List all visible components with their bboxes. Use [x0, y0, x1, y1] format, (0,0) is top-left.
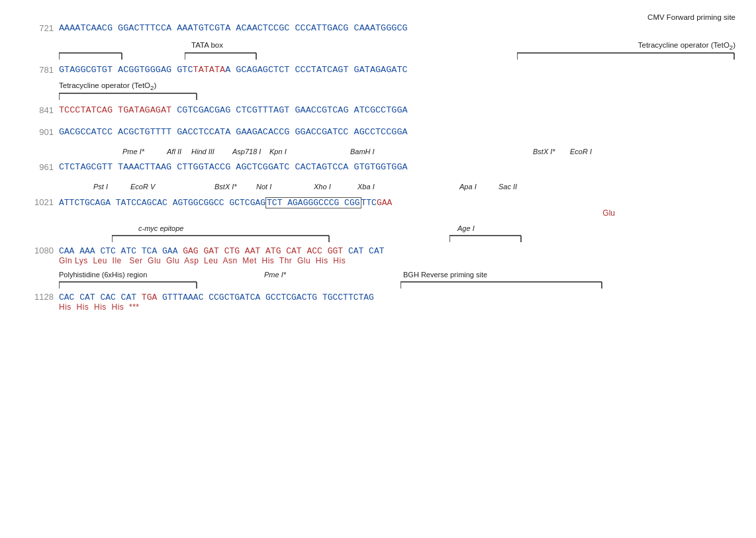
- ecorv-label: EcoR V: [130, 183, 155, 191]
- annot-1021: Pst I EcoR V BstX I* Not I Xho I Xba I A…: [59, 183, 735, 197]
- bracket-polyhis: [59, 280, 198, 291]
- row-961: Pme I* Afl II Hind III Asp718 I Kpn I Ba…: [21, 148, 735, 172]
- amino-1080: Gln Lys Leu Ile Ser Glu Glu Asp Leu Asn …: [59, 256, 735, 265]
- row-1021: Pst I EcoR V BstX I* Not I Xho I Xba I A…: [21, 183, 735, 218]
- row-781: TATA box Tetracycline operator (TetO2) 7…: [21, 40, 735, 75]
- seq-text-1021-c: GAA: [377, 198, 392, 208]
- annot-961: Pme I* Afl II Hind III Asp718 I Kpn I Ba…: [59, 148, 735, 162]
- cmv-label: CMV Forward priming site: [21, 13, 735, 21]
- row-1080: c-myc epitope Age I 1080 CAA AAA CTC ATC…: [21, 224, 735, 265]
- seq-961: 961 CTCTAGCGTT TAAACTTAAG CTTGGTACCG AGC…: [21, 162, 735, 172]
- cmyc-label: c-myc epitope: [138, 224, 183, 232]
- seq-text-901: GACGCCATCC ACGCTGTTTT GACCTCCATA GAAGACA…: [59, 127, 408, 137]
- seq-row-1080: 1080 CAA AAA CTC ATC TCA GAA GAG GAT CTG…: [21, 246, 735, 256]
- kpni-label: Kpn I: [269, 148, 287, 156]
- hindiii-label: Hind III: [191, 148, 214, 156]
- pmei-label-1128: Pme I*: [264, 271, 286, 279]
- bgh-label: BGH Reverse priming site: [403, 271, 487, 279]
- annot-841: Tetracycline operator (TetO2): [59, 80, 735, 105]
- xhoi-label: Xho I: [314, 183, 331, 191]
- row-1128: Polyhistidine (6xHis) region Pme I* BGH …: [21, 271, 735, 312]
- seq-row-1021-wrapper: 1021 ATTCTGCAGA TATCCAGCAC AGTGGCGGCC GC…: [21, 197, 735, 208]
- row-841: Tetracycline operator (TetO2) 841 TCCCTA…: [21, 80, 735, 115]
- bamhi-label: BamH I: [350, 148, 375, 156]
- linenum-1021: 1021: [21, 197, 54, 207]
- linenum-901: 901: [21, 127, 54, 137]
- aflii-label: Afl II: [167, 148, 181, 156]
- seq-text-1021-a: ATTCTGCAGA TATCCAGCAC AGTGGCGGCC GCTCGAG: [59, 198, 265, 208]
- bracket-bgh: [401, 280, 603, 291]
- linenum-961: 961: [21, 162, 54, 172]
- polyhis-label: Polyhistidine (6xHis) region: [59, 271, 147, 279]
- linenum-721: 721: [21, 23, 54, 33]
- psti-label: Pst I: [93, 183, 108, 191]
- noti-label: Not I: [256, 183, 271, 191]
- seq-text-1128: CAC CAT CAC CAT TGA GTTTAAAC CCGCTGATCA …: [59, 292, 374, 302]
- seq-text-1021-boxed: TCT AGAGGGCCCG CGG: [265, 197, 361, 208]
- linenum-841: 841: [21, 105, 54, 115]
- pmei-label-961: Pme I*: [122, 148, 144, 156]
- bstxi-label-1021: BstX I*: [214, 183, 237, 191]
- seq-text-1021-b: TTC: [361, 198, 377, 208]
- sequence-viewer: CMV Forward priming site 721 AAAATCAACG …: [21, 13, 735, 312]
- ecori-label-961: EcoR I: [570, 148, 592, 156]
- linenum-781: 781: [21, 65, 54, 75]
- bracket-agei: [449, 234, 522, 244]
- annot-1080: c-myc epitope Age I: [59, 224, 735, 246]
- seq-781: 781 GTAGGCGTGT ACGGTGGGAG GTCTATATAA GCA…: [21, 65, 735, 75]
- seq-text-781: GTAGGCGTGT ACGGTGGGAG GTCTATATAA GCAGAGC…: [59, 65, 408, 75]
- seq-row-1128: 1128 CAC CAT CAC CAT TGA GTTTAAAC CCGCTG…: [21, 292, 735, 302]
- tata-box-label: TATA box: [191, 40, 223, 50]
- bracket-tata: [185, 50, 258, 64]
- linenum-1128: 1128: [21, 292, 54, 302]
- bracket-781-left: [59, 40, 125, 64]
- seq-text-841: TCCCTATCAG TGATAGAGAT CGTCGACGAG CTCGTTT…: [59, 105, 408, 115]
- annot-1128: Polyhistidine (6xHis) region Pme I* BGH …: [59, 271, 735, 292]
- bracket-cmyc: [112, 234, 330, 244]
- seq-841: 841 TCCCTATCAG TGATAGAGAT CGTCGACGAG CTC…: [21, 105, 735, 115]
- annot-781: TATA box Tetracycline operator (TetO2): [59, 40, 735, 65]
- bracket-teto2-781: [517, 50, 735, 64]
- bracket-teto2-841: [59, 90, 198, 105]
- seq-text-961: CTCTAGCGTT TAAACTTAAG CTTGGTACCG AGCTCGG…: [59, 162, 408, 172]
- sacii-label: Sac II: [498, 183, 517, 191]
- row-721: CMV Forward priming site 721 AAAATCAACG …: [21, 13, 735, 33]
- seq-text-721: AAAATCAACG GGACTTTCCA AAATGTCGTA ACAACTC…: [59, 23, 408, 33]
- bstxi-label-961: BstX I*: [533, 148, 555, 156]
- agei-label: Age I: [457, 224, 475, 232]
- seq-text-1080: CAA AAA CTC ATC TCA GAA GAG GAT CTG AAT …: [59, 246, 384, 256]
- asp718-label: Asp718 I: [232, 148, 261, 156]
- row-901: 901 GACGCCATCC ACGCTGTTTT GACCTCCATA GAA…: [21, 127, 735, 137]
- seq-901: 901 GACGCCATCC ACGCTGTTTT GACCTCCATA GAA…: [21, 127, 735, 137]
- apai-label: Apa I: [459, 183, 477, 191]
- xbai-label: Xba I: [357, 183, 375, 191]
- amino-1021: Glu: [59, 208, 615, 218]
- linenum-1080: 1080: [21, 246, 54, 255]
- seq-721: 721 AAAATCAACG GGACTTTCCA AAATGTCGTA ACA…: [21, 23, 735, 33]
- amino-1128: His His His His ***: [59, 302, 735, 312]
